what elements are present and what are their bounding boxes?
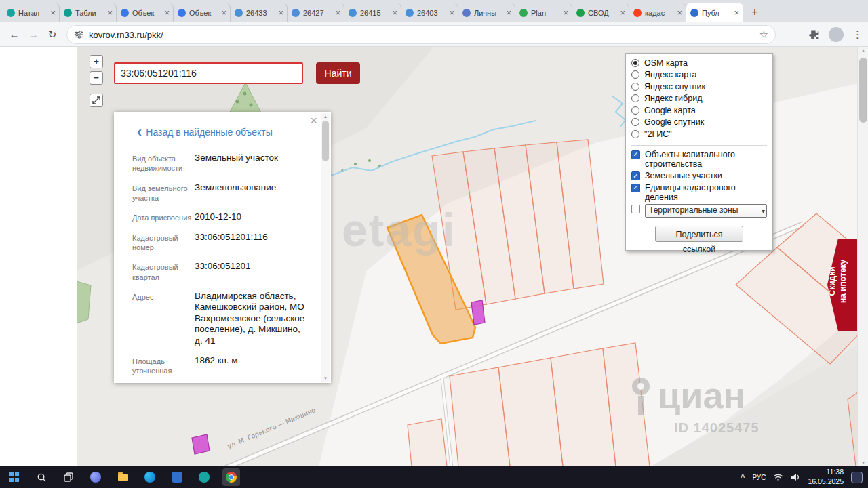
scroll-down-icon[interactable]: ▼ — [321, 375, 330, 382]
page-scrollbar-thumb[interactable] — [859, 58, 867, 123]
zoom-out-button[interactable]: − — [90, 71, 103, 85]
base-layer-option[interactable]: Google карта — [631, 104, 767, 117]
radio-icon[interactable] — [631, 83, 639, 91]
file-explorer-button[interactable] — [114, 468, 132, 486]
scroll-down-icon[interactable]: ▼ — [858, 460, 868, 465]
scroll-up-icon[interactable]: ▲ — [858, 48, 868, 53]
tab-close-icon[interactable]: × — [620, 8, 625, 17]
clock[interactable]: 11:38 16.05.2025 — [808, 468, 844, 486]
tray-time: 11:38 — [808, 468, 844, 477]
tab-close-icon[interactable]: × — [449, 8, 454, 17]
back-to-results-link[interactable]: ‹ Назад в найденные объекты — [137, 127, 273, 138]
radio-icon[interactable] — [631, 70, 639, 79]
tab-close-icon[interactable]: × — [392, 8, 397, 17]
radio-icon[interactable] — [631, 59, 639, 67]
checkbox-icon[interactable] — [631, 205, 640, 214]
building-object[interactable] — [192, 434, 210, 454]
tab-close-icon[interactable]: × — [506, 8, 511, 17]
browser-tab-active[interactable]: Публ× — [686, 3, 743, 22]
browser-tab[interactable]: Plan× — [515, 3, 572, 22]
copilot-button[interactable] — [87, 468, 104, 486]
reload-button[interactable]: ↻ — [45, 27, 60, 42]
info-field-row: Кадастровый квартал33:06:051201 — [132, 261, 310, 282]
tab-close-icon[interactable]: × — [335, 8, 340, 17]
field-label: Дата присвоения — [132, 211, 195, 222]
browser-tab[interactable]: Объек× — [117, 3, 174, 22]
base-layer-option[interactable]: "2ГИС" — [631, 128, 767, 140]
task-view-button[interactable] — [60, 468, 77, 486]
wifi-icon[interactable] — [773, 473, 783, 481]
language-indicator[interactable]: РУС — [752, 474, 766, 481]
panel-close-icon[interactable]: × — [310, 114, 317, 128]
share-link-button[interactable]: Поделиться ссылкой — [655, 226, 743, 242]
tab-close-icon[interactable]: × — [107, 8, 113, 17]
radio-icon[interactable] — [631, 94, 639, 102]
browser-tab[interactable]: 26415× — [344, 3, 401, 22]
overlay-option[interactable]: ✓Объекты капитального строительства — [631, 150, 767, 169]
tab-close-icon[interactable]: × — [677, 8, 682, 17]
zones-select[interactable]: Территориальные зоны ▾ — [645, 204, 767, 218]
tab-close-icon[interactable]: × — [164, 8, 170, 17]
tab-close-icon[interactable]: × — [278, 8, 283, 17]
tray-chevron-icon[interactable]: ^ — [741, 473, 745, 481]
back-button[interactable]: ← — [7, 27, 22, 42]
url-text[interactable]: kovrov.rn33.ru/pkk/ — [89, 30, 754, 40]
radio-icon[interactable] — [631, 118, 639, 126]
tab-close-icon[interactable]: × — [221, 8, 226, 17]
checkbox-icon[interactable]: ✓ — [631, 184, 640, 192]
browser-tab[interactable]: 26433× — [231, 3, 288, 22]
site-settings-icon[interactable] — [74, 30, 83, 39]
overlay-option[interactable]: ✓Земельные участки — [631, 171, 767, 180]
radio-icon[interactable] — [631, 130, 639, 138]
tab-label: Табли — [75, 9, 104, 17]
browser-menu-kebab-icon[interactable]: ⋮ — [852, 28, 863, 41]
panel-scrollbar-thumb[interactable] — [322, 121, 329, 161]
page-scrollbar[interactable]: ▲ ▼ — [857, 47, 868, 466]
volume-icon[interactable] — [791, 473, 800, 481]
zoom-in-button[interactable]: + — [90, 55, 103, 68]
extensions-puzzle-icon[interactable] — [809, 29, 820, 40]
tab-favicon-icon — [121, 9, 129, 17]
find-button[interactable]: Найти — [316, 62, 360, 84]
tab-label: Plan — [531, 9, 559, 17]
tab-label: 26433 — [246, 9, 275, 17]
app-button[interactable] — [168, 468, 186, 486]
browser-tab[interactable]: Табли× — [60, 3, 117, 22]
new-tab-button[interactable]: + — [746, 3, 764, 21]
checkbox-icon[interactable]: ✓ — [631, 150, 640, 159]
browser-tab[interactable]: 26427× — [288, 3, 344, 22]
forward-button[interactable]: → — [26, 27, 41, 42]
browser-tab[interactable]: 26403× — [401, 3, 458, 22]
start-button[interactable] — [5, 468, 23, 486]
profile-avatar[interactable] — [829, 27, 844, 42]
app-button[interactable] — [195, 468, 213, 486]
panel-scrollbar[interactable]: ▲ ▼ — [321, 113, 330, 382]
scroll-up-icon[interactable]: ▲ — [321, 113, 330, 120]
base-layer-option[interactable]: Google спутник — [631, 117, 767, 129]
base-layer-option[interactable]: Яндекс гибрид — [631, 93, 767, 105]
bookmark-star-icon[interactable]: ☆ — [760, 28, 768, 41]
radio-icon[interactable] — [631, 106, 639, 115]
checkbox-icon[interactable]: ✓ — [631, 171, 640, 180]
browser-tab[interactable]: Личны× — [458, 3, 515, 22]
zones-option[interactable]: Территориальные зоны ▾ — [631, 204, 767, 218]
taskbar-search-button[interactable] — [33, 468, 50, 486]
url-bar[interactable]: kovrov.rn33.ru/pkk/ ☆ — [66, 25, 776, 44]
tab-close-icon[interactable]: × — [563, 8, 568, 17]
base-layer-option[interactable]: Яндекс спутник — [631, 81, 767, 93]
notification-icon[interactable] — [851, 472, 863, 483]
base-layer-option[interactable]: OSM карта — [631, 57, 767, 69]
cadastral-search-input[interactable] — [114, 62, 303, 84]
browser-tab[interactable]: кадас× — [629, 3, 686, 22]
base-layer-option[interactable]: Яндекс карта — [631, 69, 767, 81]
overlay-option[interactable]: ✓Единицы кадастрового деления — [631, 183, 767, 203]
chrome-button-active[interactable] — [222, 468, 240, 486]
browser-tab[interactable]: СВОД× — [572, 3, 629, 22]
edge-button[interactable] — [141, 468, 159, 486]
browser-tab[interactable]: Объек× — [174, 3, 231, 22]
browser-tab[interactable]: Натал× — [3, 3, 60, 22]
tab-close-icon[interactable]: × — [734, 8, 739, 17]
tab-close-icon[interactable]: × — [50, 8, 56, 17]
fullscreen-button[interactable] — [90, 94, 103, 107]
building-object[interactable] — [471, 300, 485, 325]
